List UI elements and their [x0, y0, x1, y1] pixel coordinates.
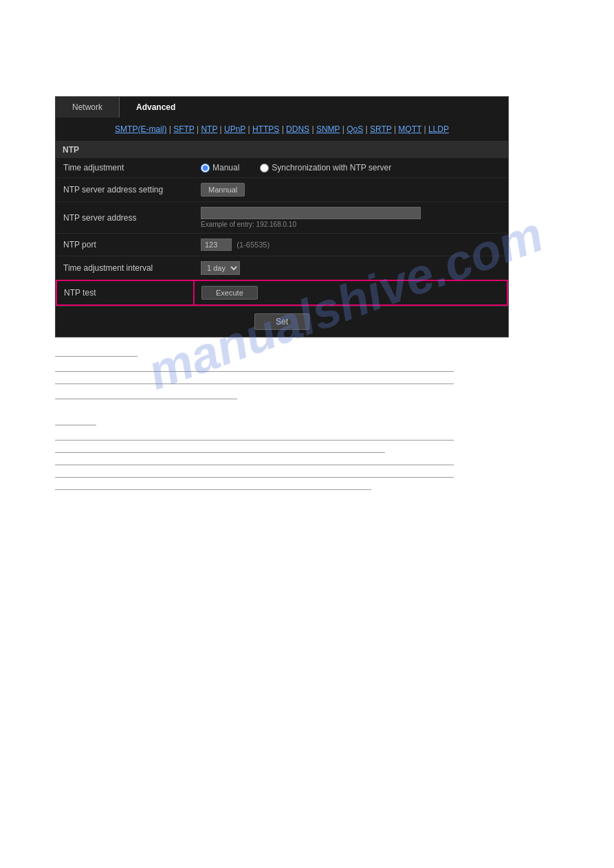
radio-manual-text: Manual — [212, 163, 239, 173]
text-line-10 — [55, 480, 371, 490]
ntp-port-range: (1-65535) — [237, 241, 270, 249]
text-line-7 — [55, 443, 385, 453]
nav-lldp[interactable]: LLDP — [428, 124, 449, 134]
row-ntp-server-setting: NTP server address setting Mannual — [56, 178, 507, 202]
text-lines-area — [55, 347, 509, 490]
radio-manual[interactable] — [201, 164, 210, 173]
label-ntp-test: NTP test — [56, 280, 194, 305]
text-line-8 — [55, 456, 454, 465]
radio-manual-label[interactable]: Manual — [201, 163, 239, 173]
set-row: Set — [56, 306, 508, 337]
tab-advanced[interactable]: Advanced — [120, 97, 192, 118]
radio-group-time-adjustment: Manual Synchronization with NTP server — [201, 163, 501, 173]
nav-qos[interactable]: QoS — [347, 124, 363, 134]
text-line-2 — [55, 362, 454, 372]
nav-links: SMTP(E-mail) | SFTP | NTP | UPnP | HTTPS… — [56, 118, 508, 142]
nav-smtp[interactable]: SMTP(E-mail) — [115, 124, 166, 134]
tab-bar: Network Advanced — [56, 97, 508, 118]
row-time-adjustment: Time adjustment Manual Synchronization w… — [56, 158, 507, 178]
label-time-adjustment-interval: Time adjustment interval — [56, 256, 194, 281]
text-line-1 — [55, 347, 138, 357]
radio-sync[interactable] — [260, 164, 269, 173]
text-line-3 — [55, 375, 454, 384]
nav-upnp[interactable]: UPnP — [224, 124, 245, 134]
radio-sync-text: Synchronization with NTP server — [272, 163, 391, 173]
nav-mqtt[interactable]: MQTT — [398, 124, 421, 134]
btn-ntp-server-setting[interactable]: Mannual — [201, 183, 245, 197]
text-line-6 — [55, 431, 454, 441]
tab-network[interactable]: Network — [56, 97, 120, 118]
text-line-5 — [55, 416, 96, 425]
text-line-9 — [55, 468, 454, 478]
row-ntp-test: NTP test Execute — [56, 280, 507, 305]
main-panel: Network Advanced SMTP(E-mail) | SFTP | N… — [55, 96, 509, 337]
text-line-4 — [55, 390, 237, 399]
row-time-adjustment-interval: Time adjustment interval 1 day — [56, 256, 507, 281]
label-time-adjustment: Time adjustment — [56, 158, 194, 178]
label-ntp-server-address: NTP server address — [56, 202, 194, 234]
nav-ntp[interactable]: NTP — [201, 124, 217, 134]
row-ntp-port: NTP port (1-65535) — [56, 234, 507, 256]
nav-https[interactable]: HTTPS — [252, 124, 279, 134]
section-header-ntp: NTP — [56, 142, 508, 158]
label-ntp-port: NTP port — [56, 234, 194, 256]
nav-sftp[interactable]: SFTP — [173, 124, 194, 134]
example-text: Example of entry: 192.168.0.10 — [201, 221, 501, 228]
form-table: Time adjustment Manual Synchronization w… — [56, 158, 508, 306]
nav-ddns[interactable]: DDNS — [286, 124, 309, 134]
btn-set[interactable]: Set — [254, 313, 309, 330]
select-time-adjustment-interval[interactable]: 1 day — [201, 261, 240, 275]
input-ntp-server-address[interactable] — [201, 207, 421, 219]
spacer-1 — [55, 405, 509, 416]
nav-srtp[interactable]: SRTP — [370, 124, 392, 134]
radio-sync-label[interactable]: Synchronization with NTP server — [260, 163, 391, 173]
input-ntp-port[interactable] — [201, 238, 232, 251]
nav-snmp[interactable]: SNMP — [316, 124, 340, 134]
label-ntp-server-setting: NTP server address setting — [56, 178, 194, 202]
row-ntp-server-address: NTP server address Example of entry: 192… — [56, 202, 507, 234]
btn-execute-ntp-test[interactable]: Execute — [201, 286, 258, 300]
